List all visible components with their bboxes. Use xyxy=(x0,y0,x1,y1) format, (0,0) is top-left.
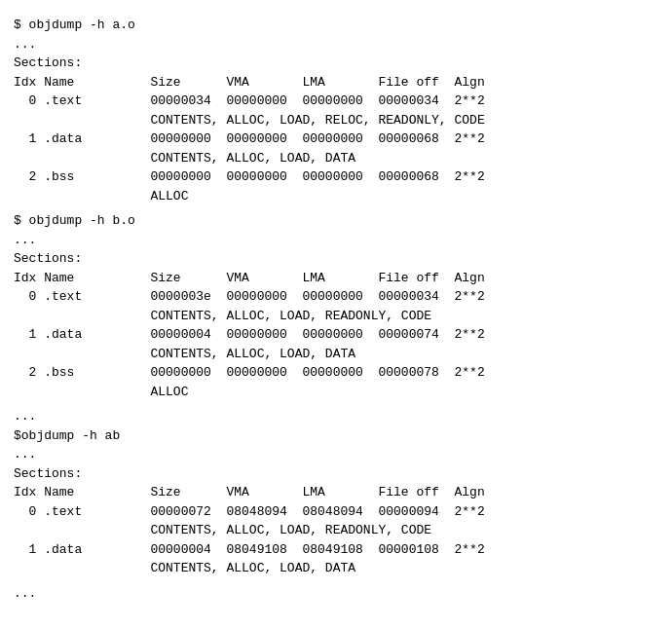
block-ab: ... $objdump -h ab ... Sections: Idx Nam… xyxy=(14,407,658,578)
block-b: $ objdump -h b.o ... Sections: Idx Name … xyxy=(14,211,658,401)
block-end: ... xyxy=(14,584,658,604)
block-a: $ objdump -h a.o ... Sections: Idx Name … xyxy=(14,16,658,205)
terminal-output: $ objdump -h a.o ... Sections: Idx Name … xyxy=(14,16,658,603)
